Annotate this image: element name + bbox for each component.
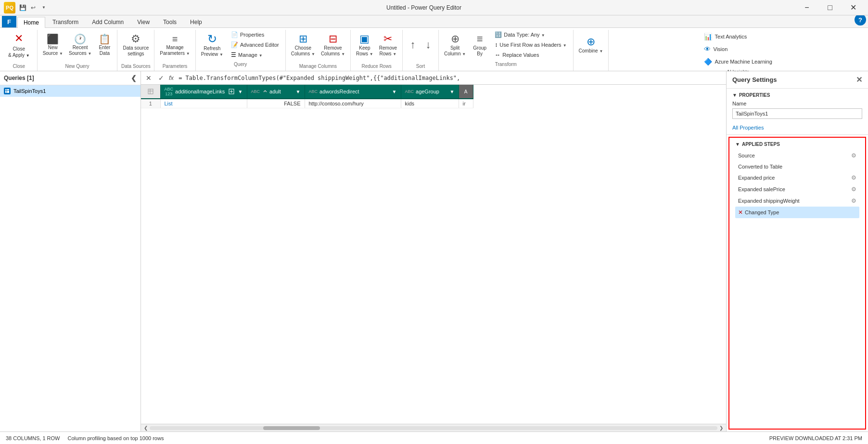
col-dropdown-adult[interactable]: ▼ (296, 89, 301, 94)
quick-undo-btn[interactable]: ↩ (29, 3, 38, 12)
tab-add-column[interactable]: Add Column (86, 16, 130, 27)
step-changed-type-delete[interactable]: ✕ (738, 209, 743, 216)
properties-button[interactable]: 📄 Properties (228, 30, 282, 39)
formula-bar: ✕ ✓ fx (141, 71, 726, 85)
replace-values-button[interactable]: ↔ Replace Values (491, 50, 570, 60)
tab-home[interactable]: Home (17, 17, 45, 28)
queries-collapse-btn[interactable]: ❮ (131, 74, 137, 82)
ribbon-group-close: ✕ Close& Apply ▼ Close (1, 30, 38, 71)
advanced-editor-button[interactable]: 📝 Advanced Editor (228, 40, 282, 50)
maximize-btn[interactable]: □ (819, 0, 841, 15)
query-item-tailspintoys1[interactable]: TailSpinToys1 (0, 85, 140, 97)
tab-tools[interactable]: Tools (157, 16, 183, 27)
manage-button[interactable]: ☰ Manage ▼ (228, 50, 282, 60)
col-type-ageGroup: ABC (405, 89, 414, 94)
keep-rows-button[interactable]: ▣ KeepRows ▼ (354, 30, 376, 61)
help-button[interactable]: ? (855, 14, 866, 26)
applied-steps-collapse-arrow: ▼ (735, 142, 740, 147)
properties-label: Properties (240, 32, 264, 38)
qs-all-properties-link[interactable]: All Properties (732, 125, 764, 131)
cell-additionalImageLinks-1[interactable]: List (160, 99, 247, 108)
col-dropdown-ageGroup[interactable]: ▼ (450, 89, 455, 94)
close-btn[interactable]: ✕ (842, 0, 864, 15)
combine-button[interactable]: ⊕ Combine ▼ (576, 30, 606, 61)
minimize-btn[interactable]: − (796, 0, 818, 15)
recent-sources-label: RecentSources ▼ (69, 45, 91, 56)
col-dropdown-adwordsRedirect[interactable]: ▼ (392, 89, 397, 94)
group-by-label: GroupBy (473, 45, 486, 57)
col-dropdown-additionalImageLinks[interactable]: ▼ (238, 89, 243, 94)
group-by-icon: ≡ (477, 34, 483, 44)
col-header-additionalImageLinks[interactable]: ABC123 additionalImageLinks ▼ (160, 85, 247, 99)
quick-dropdown-btn[interactable]: ▼ (39, 3, 48, 12)
ribbon-group-close-label: Close (13, 63, 26, 71)
step-expanded-shipping-weight[interactable]: Expanded shippingWeight ⚙ (735, 195, 859, 207)
refresh-preview-button[interactable]: ↻ RefreshPreview ▼ (199, 30, 226, 61)
step-source-gear[interactable]: ⚙ (851, 152, 856, 159)
tab-view[interactable]: View (131, 16, 156, 27)
new-source-button[interactable]: ⬛ NewSource ▼ (40, 30, 65, 61)
cell-ageGroup-1: kids (401, 99, 459, 108)
file-tab[interactable]: F (2, 16, 16, 27)
ribbon-tabs: F Home Transform Add Column View Tools H… (0, 15, 868, 28)
step-source[interactable]: Source ⚙ (735, 150, 859, 161)
scroll-left-arrow[interactable]: ❮ (142, 425, 150, 431)
combine-label: Combine ▼ (579, 48, 603, 54)
scroll-thumb[interactable] (263, 426, 320, 430)
horizontal-scrollbar[interactable]: ❮ ❯ (141, 424, 726, 431)
tab-transform[interactable]: Transform (46, 16, 85, 27)
formula-input[interactable] (177, 74, 723, 82)
col-type-additionalImageLinks: ABC123 (165, 87, 174, 96)
azure-ml-label: Azure Machine Learning (715, 59, 772, 65)
data-type-button[interactable]: 🔢 Data Type: Any ▼ (491, 30, 570, 39)
col-header-adwordsRedirect[interactable]: ABC adwordsRedirect ▼ (305, 85, 401, 99)
step-expanded-price-gear[interactable]: ⚙ (851, 174, 856, 181)
sort-asc-button[interactable]: ↑ (406, 30, 420, 61)
query-settings-panel: Query Settings ✕ ▼ PROPERTIES Name All P… (726, 71, 868, 431)
tab-help[interactable]: Help (184, 16, 208, 27)
step-expanded-shipping-weight-gear[interactable]: ⚙ (851, 197, 856, 204)
close-apply-button[interactable]: ✕ Close& Apply ▼ (4, 30, 34, 61)
data-table-container[interactable]: ABC123 additionalImageLinks ▼ ABC adult (141, 85, 726, 424)
qs-properties-title: ▼ PROPERTIES (732, 92, 862, 98)
choose-columns-button[interactable]: ⊞ ChooseColumns ▼ (289, 30, 318, 61)
step-changed-type[interactable]: ✕ Changed Type (735, 207, 859, 218)
ribbon-group-new-query: ⬛ NewSource ▼ 🕐 RecentSources ▼ 📋 EnterD… (38, 30, 118, 71)
status-profiling: Column profiling based on top 1000 rows (67, 435, 164, 441)
azure-ml-button[interactable]: 🔷 Azure Machine Learning (701, 56, 776, 67)
formula-confirm-btn[interactable]: ✓ (156, 73, 166, 83)
manage-parameters-button[interactable]: ≡ ManageParameters ▼ (157, 30, 192, 61)
qs-close-btn[interactable]: ✕ (856, 75, 862, 84)
recent-sources-button[interactable]: 🕐 RecentSources ▼ (66, 30, 94, 61)
col-header-adult[interactable]: ABC adult ▼ (247, 85, 305, 99)
col-header-ageGroup[interactable]: ABC ageGroup ▼ (401, 85, 459, 99)
queries-panel: Queries [1] ❮ TailSpinToys1 (0, 71, 141, 431)
col-type-adwordsRedirect: ABC (309, 89, 318, 94)
data-source-settings-label: Data sourcesettings (123, 45, 149, 57)
remove-rows-button[interactable]: ✂ RemoveRows ▼ (377, 30, 399, 61)
step-expanded-sale-price[interactable]: Expanded salePrice ⚙ (735, 183, 859, 195)
use-first-row-button[interactable]: ↕ Use First Row as Headers ▼ (491, 40, 570, 50)
remove-columns-button[interactable]: ⊟ RemoveColumns ▼ (319, 30, 347, 61)
remove-rows-label: RemoveRows ▼ (379, 45, 397, 57)
col-label-adult: adult (269, 89, 281, 94)
vision-label: Vision (714, 46, 728, 52)
step-converted-to-table[interactable]: Converted to Table (735, 161, 859, 172)
sort-desc-button[interactable]: ↓ (421, 30, 435, 61)
qs-name-input[interactable] (732, 108, 862, 119)
quick-save-btn[interactable]: 💾 (18, 3, 27, 12)
app-logo: PQ (4, 2, 15, 13)
step-expanded-price[interactable]: Expanded price ⚙ (735, 172, 859, 183)
data-source-settings-button[interactable]: ⚙ Data sourcesettings (120, 30, 151, 61)
formula-cancel-btn[interactable]: ✕ (144, 73, 153, 83)
scroll-right-arrow[interactable]: ❯ (717, 425, 725, 431)
vision-button[interactable]: 👁 Vision (701, 43, 776, 55)
step-expanded-sale-price-gear[interactable]: ⚙ (851, 186, 856, 193)
split-column-button[interactable]: ⊕ SplitColumn ▼ (442, 30, 468, 61)
ribbon-group-transform-label: Transform (495, 61, 517, 69)
scroll-track[interactable] (150, 426, 717, 430)
ribbon-group-reduce-rows: ▣ KeepRows ▼ ✂ RemoveRows ▼ Reduce Rows (351, 30, 403, 71)
enter-data-button[interactable]: 📋 EnterData (95, 30, 114, 61)
group-by-button[interactable]: ≡ GroupBy (470, 30, 489, 61)
text-analytics-button[interactable]: 📊 Text Analytics (701, 31, 776, 42)
